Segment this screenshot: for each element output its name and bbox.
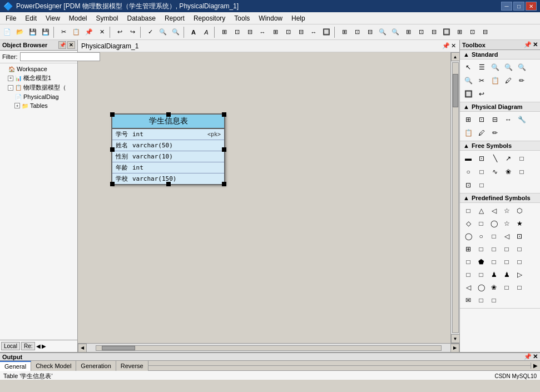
tree-item-model1[interactable]: + 📊 概念模型1: [0, 73, 77, 83]
tree-item-physdiag[interactable]: 📄 PhysicalDiag: [0, 92, 77, 101]
tb-t16[interactable]: ⊡: [415, 26, 427, 38]
tb-t12[interactable]: ⊟: [364, 26, 376, 38]
tb-t1[interactable]: ⊞: [218, 26, 230, 38]
tool-free-9[interactable]: ❀: [502, 166, 514, 178]
tb-t2[interactable]: ⊡: [231, 26, 243, 38]
tool-pre-6[interactable]: ◇: [462, 217, 474, 230]
tool-free-4[interactable]: ↗: [502, 152, 514, 165]
scroll-left-arrow[interactable]: ◀: [78, 344, 87, 353]
pin-button[interactable]: 📌: [58, 41, 66, 49]
tool-pre-27[interactable]: □: [475, 269, 487, 281]
tb-new[interactable]: 📄: [1, 26, 13, 38]
tool-phys-7[interactable]: 🖊: [475, 127, 488, 139]
tool-pre-9[interactable]: ☆: [501, 217, 513, 230]
tool-phys-4[interactable]: ↔: [502, 113, 514, 126]
tool-pencil[interactable]: ✏: [516, 75, 528, 87]
tb-t15[interactable]: ⊞: [402, 26, 414, 38]
tree-item-tables[interactable]: + 📁 Tables: [0, 101, 77, 110]
tool-pre-21[interactable]: □: [462, 256, 474, 268]
tool-phys-1[interactable]: ⊞: [462, 113, 474, 126]
tb-bold[interactable]: A: [187, 26, 200, 38]
tool-pre-34[interactable]: □: [501, 281, 513, 294]
tool-pre-14[interactable]: ◁: [501, 230, 513, 242]
output-expand[interactable]: ▶: [531, 363, 540, 369]
tool-pre-8[interactable]: ◯: [488, 217, 500, 230]
tb-zoom-in[interactable]: 🔍: [157, 26, 169, 38]
tb-t7[interactable]: ⊟: [295, 26, 307, 38]
tb-t6[interactable]: ⊡: [282, 26, 294, 38]
tool-pre-1[interactable]: □: [462, 205, 474, 217]
tb-italic[interactable]: A: [200, 26, 212, 38]
tb-zoom-out[interactable]: 🔍: [170, 26, 182, 38]
output-tab-checkmodel[interactable]: Check Model: [31, 361, 76, 371]
footer-tab-local[interactable]: Local: [1, 342, 20, 350]
tool-pre-38[interactable]: □: [488, 294, 500, 306]
tb-t8[interactable]: ↔: [308, 26, 320, 38]
tool-pre-25[interactable]: □: [513, 256, 526, 268]
tool-pre-37[interactable]: □: [475, 294, 487, 306]
close-button[interactable]: ✕: [526, 2, 537, 11]
tool-pre-33[interactable]: ❀: [488, 281, 500, 294]
tool-pre-17[interactable]: □: [475, 243, 487, 255]
tree-toggle-model1[interactable]: +: [8, 76, 13, 81]
output-tab-reverse[interactable]: Reverse: [116, 361, 148, 371]
tool-copy[interactable]: 📋: [489, 75, 501, 87]
tool-pre-19[interactable]: □: [501, 243, 513, 255]
tree-toggle-tables[interactable]: +: [14, 103, 20, 108]
tool-pre-24[interactable]: □: [501, 256, 513, 268]
tool-phys-2[interactable]: ⊡: [475, 113, 488, 126]
menu-view[interactable]: View: [41, 12, 65, 24]
tb-undo[interactable]: ↩: [113, 26, 126, 38]
tb-t19[interactable]: ⊞: [453, 26, 465, 38]
tool-pre-23[interactable]: □: [488, 256, 500, 268]
menu-report[interactable]: Report: [160, 12, 189, 24]
tool-pre-15[interactable]: ⊡: [513, 230, 526, 242]
menu-edit[interactable]: Edit: [21, 12, 41, 24]
tool-pre-18[interactable]: □: [488, 243, 500, 255]
tool-free-11[interactable]: ⊡: [462, 179, 474, 191]
tb-delete[interactable]: ✕: [96, 26, 108, 38]
toolbox-section-header-physical[interactable]: ▲ Physical Diagram: [460, 102, 540, 112]
tb-t9[interactable]: 🔲: [320, 26, 333, 38]
tool-free-5[interactable]: □: [516, 152, 528, 165]
diag-close-icon[interactable]: ✕: [451, 42, 456, 49]
output-tab-general[interactable]: General: [0, 361, 31, 371]
toolbox-section-header-free[interactable]: ▲ Free Symbols: [460, 141, 540, 151]
tool-zoom-in[interactable]: 🔍: [489, 61, 501, 73]
tool-pre-26[interactable]: □: [462, 269, 474, 281]
tool-pre-13[interactable]: □: [488, 230, 500, 242]
tool-pre-12[interactable]: ○: [475, 230, 487, 242]
scroll-right-arrow[interactable]: ▶: [450, 344, 459, 353]
output-close[interactable]: ✕: [533, 353, 538, 360]
tool-cut[interactable]: ✂: [475, 75, 488, 87]
menu-window[interactable]: Window: [254, 12, 287, 24]
tool-free-1[interactable]: ▬: [462, 152, 474, 165]
tool-undo[interactable]: ↩: [475, 88, 488, 100]
tool-free-3[interactable]: ╲: [489, 152, 501, 165]
tree-item-workspace[interactable]: 🏠 Workspace: [0, 64, 77, 73]
tb-t17[interactable]: ⊟: [428, 26, 440, 38]
tool-pre-11[interactable]: ◯: [462, 230, 474, 242]
tb-paste[interactable]: 📌: [83, 26, 95, 38]
tool-zoom-out[interactable]: 🔍: [502, 61, 514, 73]
scroll-down-arrow[interactable]: ▼: [451, 334, 460, 343]
tb-t21[interactable]: ⊟: [479, 26, 491, 38]
tb-save[interactable]: 💾: [27, 26, 39, 38]
scroll-up-arrow[interactable]: ▲: [451, 52, 460, 61]
toolbox-section-header-predefined[interactable]: ▲ Predefined Symbols: [460, 193, 540, 203]
tool-box[interactable]: 🔲: [462, 88, 474, 100]
tool-pre-20[interactable]: □: [513, 243, 526, 255]
tb-redo[interactable]: ↪: [126, 26, 138, 38]
tool-phys-8[interactable]: ✏: [489, 127, 501, 139]
footer-nav-left[interactable]: ◀: [36, 343, 41, 349]
tb-open[interactable]: 📂: [14, 26, 26, 38]
menu-database[interactable]: Database: [123, 12, 160, 24]
tool-phys-3[interactable]: ⊟: [489, 113, 501, 126]
tool-pre-5[interactable]: ⬡: [513, 205, 526, 217]
tool-phys-6[interactable]: 📋: [462, 127, 474, 139]
entity-table[interactable]: 学生信息表 学号 int <pk> 姓名 varchar(50) 性别: [111, 113, 225, 185]
vertical-scrollbar[interactable]: ▲ ▼: [450, 52, 459, 343]
tool-list[interactable]: ☰: [475, 61, 488, 73]
tb-t5[interactable]: ⊞: [269, 26, 281, 38]
tool-free-10[interactable]: □: [516, 166, 528, 178]
